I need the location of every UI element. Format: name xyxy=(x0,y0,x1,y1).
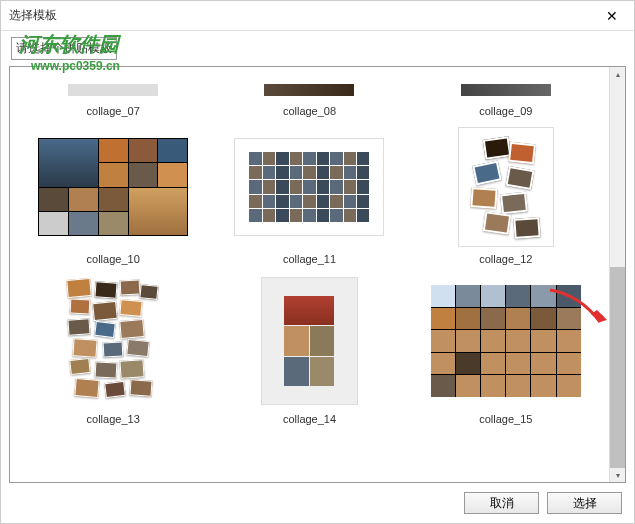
template-label: collage_12 xyxy=(479,253,532,265)
template-item-13[interactable]: collage_13 xyxy=(30,275,196,425)
scrollbar-thumb[interactable] xyxy=(610,267,625,468)
select-button[interactable]: 选择 xyxy=(547,492,622,514)
close-icon: ✕ xyxy=(606,8,618,24)
template-label: collage_14 xyxy=(283,413,336,425)
template-label: collage_08 xyxy=(283,105,336,117)
template-grid: collage_07 collage_08 collage_09 xyxy=(30,67,589,425)
template-grid-scroll[interactable]: collage_07 collage_08 collage_09 xyxy=(10,67,609,482)
template-thumb xyxy=(38,275,188,407)
template-item-14[interactable]: collage_14 xyxy=(226,275,392,425)
template-label: collage_10 xyxy=(87,253,140,265)
scroll-down-arrow-icon[interactable]: ▾ xyxy=(610,468,625,482)
template-item-07[interactable]: collage_07 xyxy=(30,67,196,117)
template-thumb xyxy=(38,127,188,247)
instruction-text: 请选择个拼贴模板 xyxy=(11,37,117,60)
cancel-button[interactable]: 取消 xyxy=(464,492,539,514)
template-label: collage_15 xyxy=(479,413,532,425)
title-bar: 选择模板 ✕ xyxy=(1,1,634,31)
template-thumb xyxy=(431,127,581,247)
template-thumb xyxy=(234,127,384,247)
template-label: collage_07 xyxy=(87,105,140,117)
scroll-up-arrow-icon[interactable]: ▴ xyxy=(610,67,625,81)
scrollbar-track[interactable] xyxy=(610,81,625,468)
dialog-footer: 取消 选择 xyxy=(1,483,634,523)
header-area: 请选择个拼贴模板 河东软件园 www.pc0359.cn xyxy=(1,31,634,66)
template-thumb xyxy=(38,81,188,99)
template-label: collage_09 xyxy=(479,105,532,117)
template-item-15[interactable]: collage_15 xyxy=(423,275,589,425)
vertical-scrollbar[interactable]: ▴ ▾ xyxy=(609,67,625,482)
template-item-10[interactable]: collage_10 xyxy=(30,127,196,265)
template-thumb xyxy=(431,275,581,407)
template-item-09[interactable]: collage_09 xyxy=(423,67,589,117)
template-thumb xyxy=(234,81,384,99)
template-item-11[interactable]: collage_11 xyxy=(226,127,392,265)
template-thumb xyxy=(234,275,384,407)
template-item-12[interactable]: collage_12 xyxy=(423,127,589,265)
template-thumb xyxy=(431,81,581,99)
close-button[interactable]: ✕ xyxy=(589,1,634,31)
template-label: collage_11 xyxy=(283,253,336,265)
template-item-08[interactable]: collage_08 xyxy=(226,67,392,117)
template-label: collage_13 xyxy=(87,413,140,425)
dialog-window: 选择模板 ✕ 请选择个拼贴模板 河东软件园 www.pc0359.cn coll… xyxy=(0,0,635,524)
dialog-title: 选择模板 xyxy=(9,7,57,24)
content-wrapper: collage_07 collage_08 collage_09 xyxy=(9,66,626,483)
